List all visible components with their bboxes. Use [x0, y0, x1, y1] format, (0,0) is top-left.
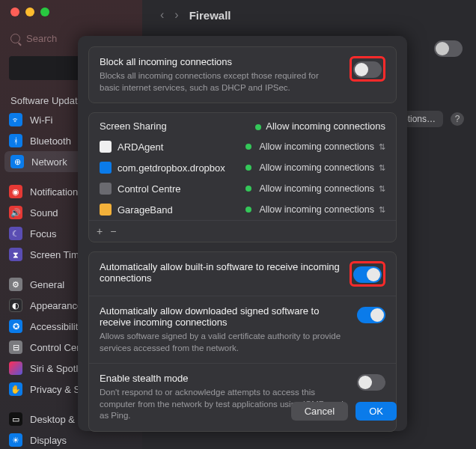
app-row[interactable]: GarageBand Allow incoming connections⇅	[89, 199, 396, 220]
stealth-title: Enable stealth mode	[100, 373, 348, 384]
status-dot-icon	[245, 144, 251, 150]
block-connections-desc: Blocks all incoming connections except t…	[100, 70, 341, 94]
siri-icon	[9, 361, 22, 375]
auto-signed-desc: Allows software signed by a valid certif…	[100, 331, 348, 354]
auto-signed-toggle[interactable]	[357, 307, 385, 323]
bluetooth-icon: ᚼ	[9, 134, 22, 147]
apps-list-panel: Screen Sharing Allow incoming connection…	[88, 112, 397, 242]
status-dot-icon	[245, 207, 251, 213]
app-row[interactable]: Control Centre Allow incoming connection…	[89, 178, 396, 199]
highlight-box	[350, 261, 385, 287]
stepper-icon[interactable]: ⇅	[379, 163, 385, 173]
apps-header-right: Allow incoming connections	[266, 120, 385, 132]
status-dot-icon	[245, 165, 251, 171]
block-connections-title: Block all incoming connections	[100, 56, 341, 67]
stepper-icon[interactable]: ⇅	[379, 142, 385, 152]
help-button[interactable]: ?	[451, 112, 464, 126]
auto-builtin-toggle[interactable]	[353, 266, 382, 283]
appearance-icon: ◐	[9, 299, 22, 312]
auto-signed-title: Automatically allow downloaded signed so…	[100, 305, 348, 328]
search-placeholder: Search	[26, 33, 57, 44]
sliders-icon: ⊟	[9, 340, 22, 354]
network-icon: ⊕	[10, 155, 24, 168]
firewall-options-modal: Block all incoming connections Blocks al…	[78, 36, 407, 431]
app-row[interactable]: com.getdropbox.dropbox Allow incoming co…	[89, 157, 396, 178]
back-button[interactable]: ‹	[160, 8, 164, 22]
speaker-icon: 🔊	[9, 206, 22, 219]
status-dot-icon	[245, 186, 251, 192]
stepper-icon[interactable]: ⇅	[379, 184, 385, 194]
sidebar-item-displays[interactable]: ☀Displays	[0, 430, 142, 449]
stepper-icon[interactable]: ⇅	[379, 205, 385, 215]
hand-icon: ✋	[9, 382, 22, 396]
window-traffic-lights	[10, 7, 49, 16]
page-title: Firewall	[189, 9, 231, 22]
titlebar: ‹ › Firewall	[142, 0, 476, 30]
auto-builtin-title: Automatically allow built-in software to…	[100, 261, 341, 284]
apps-header-left: Screen Sharing	[100, 120, 167, 132]
gear-icon: ⚙	[9, 278, 22, 291]
firewall-master-toggle-row	[434, 40, 463, 57]
bell-icon: ◉	[9, 185, 22, 198]
highlight-box	[350, 56, 385, 82]
zoom-window-button[interactable]	[40, 7, 49, 16]
close-window-button[interactable]	[10, 7, 19, 16]
hourglass-icon: ⧗	[9, 248, 22, 261]
display-icon: ☀	[9, 433, 22, 447]
wifi-icon: ᯤ	[9, 113, 22, 126]
moon-icon: ☾	[9, 227, 22, 240]
app-icon	[100, 204, 112, 216]
block-connections-toggle[interactable]	[353, 61, 382, 78]
app-icon	[100, 183, 112, 195]
block-connections-panel: Block all incoming connections Blocks al…	[88, 46, 397, 103]
stealth-toggle[interactable]	[357, 374, 385, 391]
add-app-button[interactable]: +	[97, 225, 103, 237]
modal-footer: Cancel OK	[291, 402, 397, 421]
app-icon	[100, 162, 112, 174]
status-dot-icon	[255, 124, 261, 130]
remove-app-button[interactable]: −	[110, 225, 116, 237]
app-icon	[100, 141, 112, 153]
desktop-icon: ▭	[9, 412, 22, 426]
forward-button[interactable]: ›	[174, 8, 178, 22]
cancel-button[interactable]: Cancel	[291, 402, 348, 421]
app-row[interactable]: ARDAgent Allow incoming connections⇅	[89, 136, 396, 157]
ok-button[interactable]: OK	[356, 402, 397, 421]
firewall-toggle[interactable]	[434, 40, 463, 57]
minimize-window-button[interactable]	[25, 7, 34, 16]
accessibility-icon: ✪	[9, 320, 22, 333]
search-icon	[10, 34, 20, 43]
